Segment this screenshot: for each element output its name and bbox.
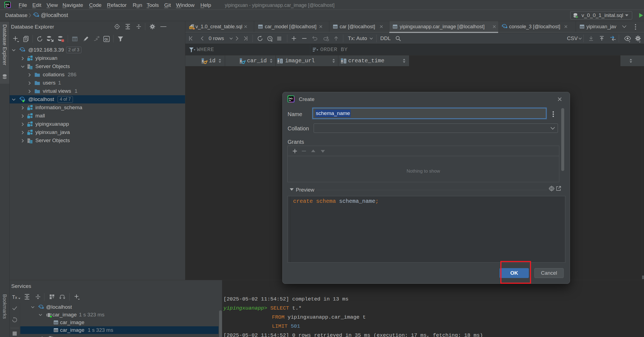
svg-text:DG: DG	[289, 97, 293, 100]
svg-text:?: ?	[327, 39, 328, 41]
svg-text:QL: QL	[104, 38, 109, 41]
svg-text:DG: DG	[5, 3, 9, 6]
